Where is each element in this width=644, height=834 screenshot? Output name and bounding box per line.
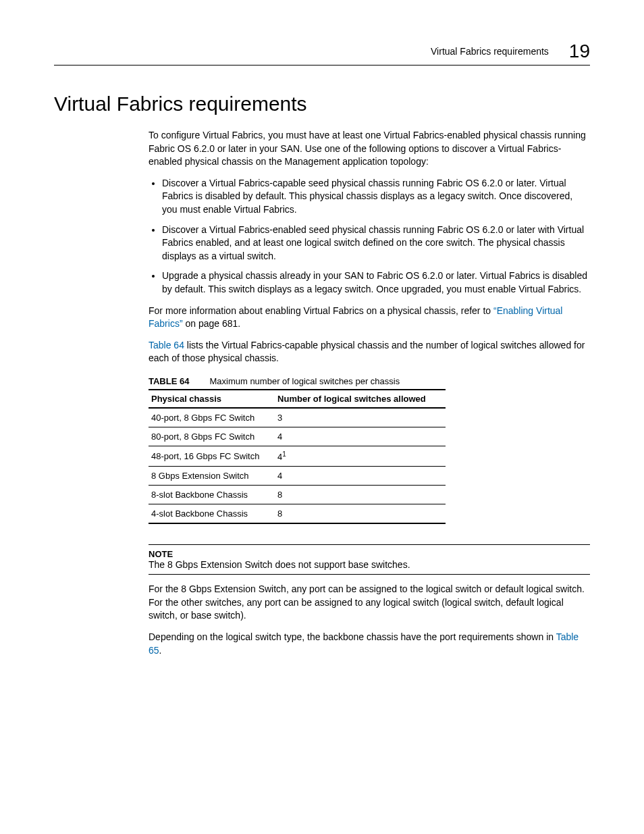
table-title: Maximum number of logical switches per c… <box>209 376 400 386</box>
logical-switches-table: Physical chassis Number of logical switc… <box>149 389 446 524</box>
table-label: TABLE 64 <box>149 376 189 386</box>
table-cell: 8 <box>275 486 446 504</box>
table-cell: 3 <box>275 408 446 427</box>
options-list: Discover a Virtual Fabrics-capable seed … <box>149 177 590 296</box>
running-title: Virtual Fabrics requirements <box>431 46 549 57</box>
table-row: 4-slot Backbone Chassis8 <box>149 504 446 524</box>
list-item: Discover a Virtual Fabrics-enabled seed … <box>162 224 590 263</box>
table-cell: 8-slot Backbone Chassis <box>149 486 275 504</box>
table-row: 40-port, 8 Gbps FC Switch3 <box>149 408 446 427</box>
list-item: Discover a Virtual Fabrics-capable seed … <box>162 177 590 217</box>
note-block: NOTE The 8 Gbps Extension Switch does no… <box>149 544 590 575</box>
table-row: 8 Gbps Extension Switch4 <box>149 467 446 486</box>
text: For more information about enabling Virt… <box>149 305 493 316</box>
content-body: To configure Virtual Fabrics, you must h… <box>149 129 590 657</box>
cross-reference-link[interactable]: Table 64 <box>149 340 184 350</box>
table-row: 48-port, 16 Gbps FC Switch41 <box>149 446 446 466</box>
list-item: Upgrade a physical chassis already in yo… <box>162 269 590 296</box>
paragraph: For the 8 Gbps Extension Switch, any por… <box>149 583 590 623</box>
text: on page 681. <box>183 318 241 329</box>
table-cell: 80-port, 8 Gbps FC Switch <box>149 427 275 446</box>
page-title: Virtual Fabrics requirements <box>54 93 590 115</box>
chapter-number: 19 <box>569 41 590 62</box>
table-reference-paragraph: Table 64 lists the Virtual Fabrics-capab… <box>149 339 590 365</box>
table-cell: 8 Gbps Extension Switch <box>149 467 275 486</box>
table-cell: 4 <box>275 427 446 446</box>
column-header: Number of logical switches allowed <box>275 390 446 408</box>
text: Depending on the logical switch type, th… <box>149 631 556 642</box>
table-row: 80-port, 8 Gbps FC Switch4 <box>149 427 446 446</box>
note-text: The 8 Gbps Extension Switch does not sup… <box>149 559 590 570</box>
running-header: Virtual Fabrics requirements 19 <box>54 41 590 66</box>
table-row: 8-slot Backbone Chassis8 <box>149 486 446 504</box>
table-cell: 41 <box>275 446 446 466</box>
table-cell: 8 <box>275 504 446 524</box>
text: . <box>159 645 162 656</box>
more-info-paragraph: For more information about enabling Virt… <box>149 305 590 331</box>
table-cell: 48-port, 16 Gbps FC Switch <box>149 446 275 466</box>
table-cell: 40-port, 8 Gbps FC Switch <box>149 408 275 427</box>
intro-paragraph: To configure Virtual Fabrics, you must h… <box>149 129 590 169</box>
note-heading: NOTE <box>149 549 590 559</box>
column-header: Physical chassis <box>149 390 275 408</box>
table-cell: 4-slot Backbone Chassis <box>149 504 275 524</box>
text: lists the Virtual Fabrics-capable physic… <box>149 340 585 364</box>
table-caption: TABLE 64Maximum number of logical switch… <box>149 376 590 386</box>
paragraph: Depending on the logical switch type, th… <box>149 631 590 657</box>
table-cell: 4 <box>275 467 446 486</box>
